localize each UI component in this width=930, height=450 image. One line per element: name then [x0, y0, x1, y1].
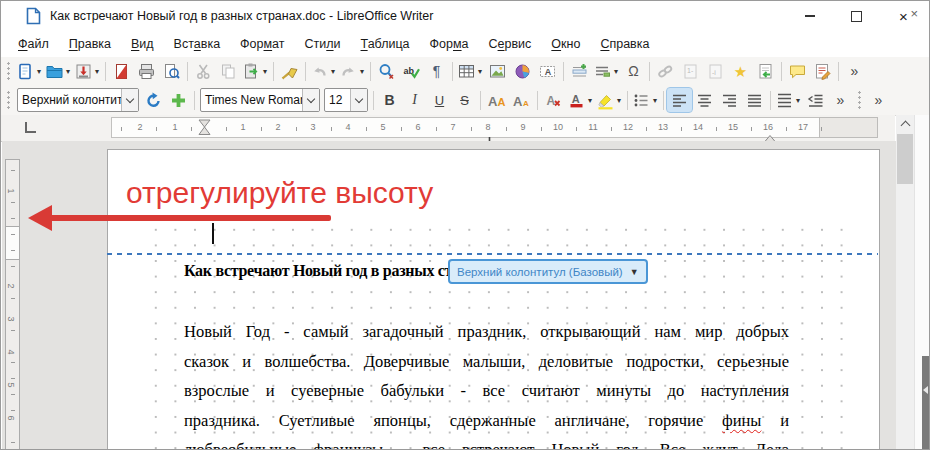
- vertical-scrollbar[interactable]: [896, 115, 914, 450]
- highlight-color-button[interactable]: ▾: [595, 88, 624, 112]
- font-size-dropdown-button[interactable]: [350, 89, 367, 111]
- italic-icon: I: [412, 93, 417, 107]
- new-document-button[interactable]: ▾: [15, 59, 44, 83]
- toolbar-separator: [649, 62, 650, 81]
- toolbar-grip[interactable]: [6, 90, 11, 110]
- clear-formatting-button[interactable]: A: [541, 88, 566, 112]
- align-justify-button[interactable]: [742, 88, 767, 112]
- menu-3[interactable]: Вид: [121, 33, 164, 55]
- menu-4[interactable]: Вставка: [164, 33, 230, 55]
- menu-8[interactable]: Форма: [420, 33, 479, 55]
- vertical-ruler[interactable]: 123456: [5, 159, 20, 450]
- line-spacing-button[interactable]: ▾: [774, 88, 803, 112]
- close-document-icon[interactable]: ×: [910, 6, 918, 21]
- toolbar-grip[interactable]: [6, 61, 11, 81]
- toolbar-overflow-button[interactable]: »: [828, 88, 853, 112]
- dropdown-arrow-icon[interactable]: ▾: [476, 67, 484, 76]
- align-center-button[interactable]: [692, 88, 717, 112]
- update-style-button[interactable]: [141, 88, 166, 112]
- insert-chart-button[interactable]: [510, 59, 535, 83]
- grow-font-button[interactable]: AA: [484, 88, 509, 112]
- ruler-number: 5: [6, 382, 16, 387]
- save-button[interactable]: ▾: [73, 59, 102, 83]
- menu-10[interactable]: Окно: [541, 33, 590, 55]
- align-justify-icon: [745, 91, 764, 110]
- print-preview-button[interactable]: [159, 59, 184, 83]
- minimize-button[interactable]: [786, 1, 833, 31]
- align-right-button[interactable]: [717, 88, 742, 112]
- paragraph-style-combo[interactable]: Верхний колонтитул: [17, 88, 139, 112]
- insert-image-button[interactable]: [485, 59, 510, 83]
- underline-button[interactable]: U: [427, 88, 452, 112]
- font-name-combo[interactable]: Times New Roman: [200, 88, 320, 112]
- chevron-down-icon: [307, 94, 315, 102]
- insert-textbox-button[interactable]: A: [535, 59, 560, 83]
- strikethrough-button[interactable]: S: [452, 88, 477, 112]
- cross-reference-icon: [756, 62, 775, 81]
- menu-11[interactable]: Справка: [590, 33, 659, 55]
- paste-button[interactable]: ▾: [241, 59, 270, 83]
- align-left-button[interactable]: [667, 88, 692, 112]
- horizontal-ruler[interactable]: [111, 117, 878, 138]
- document-page[interactable]: [107, 149, 880, 450]
- toolbar-grip[interactable]: [857, 90, 862, 110]
- paragraph-style-dropdown-button[interactable]: [121, 89, 138, 111]
- indent-marker[interactable]: [198, 118, 211, 141]
- font-color-button[interactable]: A▾: [566, 88, 595, 112]
- special-character-button[interactable]: Ω: [621, 59, 646, 83]
- track-changes-button[interactable]: [810, 59, 835, 83]
- spelling-button[interactable]: ab: [399, 59, 424, 83]
- new-document-icon: [16, 62, 35, 81]
- bullet-list-button[interactable]: ▾: [631, 88, 660, 112]
- shrink-font-icon: AA: [512, 91, 531, 110]
- copy-icon: [219, 62, 238, 81]
- dropdown-arrow-icon[interactable]: ▾: [93, 67, 101, 76]
- bold-button[interactable]: B: [377, 88, 402, 112]
- dropdown-arrow-icon[interactable]: ▾: [358, 67, 366, 76]
- shrink-font-button[interactable]: AA: [509, 88, 534, 112]
- menu-7[interactable]: Таблица: [351, 33, 420, 55]
- font-size-combo[interactable]: 12: [324, 88, 368, 112]
- italic-button[interactable]: I: [402, 88, 427, 112]
- scroll-up-button[interactable]: [896, 115, 914, 132]
- toolbar-overflow-button[interactable]: »: [866, 88, 891, 112]
- menu-2[interactable]: Правка: [59, 33, 121, 55]
- menu-9[interactable]: Сервис: [479, 33, 542, 55]
- paragraph-spacing-button[interactable]: [803, 88, 828, 112]
- dropdown-arrow-icon[interactable]: ▾: [329, 67, 337, 76]
- menu-5[interactable]: Формат: [230, 33, 294, 55]
- insert-comment-button[interactable]: [785, 59, 810, 83]
- sidebar-toggle-handle[interactable]: [922, 356, 930, 450]
- find-replace-button[interactable]: [374, 59, 399, 83]
- dropdown-arrow-icon[interactable]: ▾: [615, 96, 623, 105]
- maximize-icon: [851, 11, 862, 22]
- dropdown-arrow-icon[interactable]: ▾: [64, 67, 72, 76]
- dropdown-arrow-icon[interactable]: ▾: [261, 67, 269, 76]
- dropdown-arrow-icon[interactable]: ▾: [612, 67, 620, 76]
- formatting-marks-button[interactable]: ¶: [424, 59, 449, 83]
- open-file-button[interactable]: ▾: [44, 59, 73, 83]
- tab-stop-selector[interactable]: L: [25, 122, 36, 133]
- close-button[interactable]: ×: [880, 1, 927, 31]
- menu-6[interactable]: Стили: [295, 33, 351, 55]
- insert-field-button[interactable]: ▾: [592, 59, 621, 83]
- toolbar-overflow-button[interactable]: »: [842, 59, 867, 83]
- export-pdf-button[interactable]: [109, 59, 134, 83]
- print-button[interactable]: [134, 59, 159, 83]
- clone-formatting-button[interactable]: [277, 59, 302, 83]
- cross-reference-button[interactable]: [753, 59, 778, 83]
- menu-1[interactable]: Файл: [8, 33, 59, 55]
- new-style-button[interactable]: [166, 88, 191, 112]
- chevron-down-icon: [355, 94, 363, 102]
- maximize-button[interactable]: [833, 1, 880, 31]
- font-name-dropdown-button[interactable]: [302, 89, 319, 111]
- dropdown-arrow-icon[interactable]: ▾: [794, 96, 802, 105]
- dropdown-arrow-icon[interactable]: ▾: [35, 67, 43, 76]
- insert-page-break-button[interactable]: [567, 59, 592, 83]
- insert-table-button[interactable]: ▾: [456, 59, 485, 83]
- scrollbar-thumb[interactable]: [897, 134, 913, 184]
- header-tab-button[interactable]: Верхний колонтитул (Базовый) ▼: [448, 259, 648, 284]
- dropdown-arrow-icon[interactable]: ▾: [586, 96, 594, 105]
- insert-bookmark-button[interactable]: ★: [728, 59, 753, 83]
- dropdown-arrow-icon[interactable]: ▾: [651, 96, 659, 105]
